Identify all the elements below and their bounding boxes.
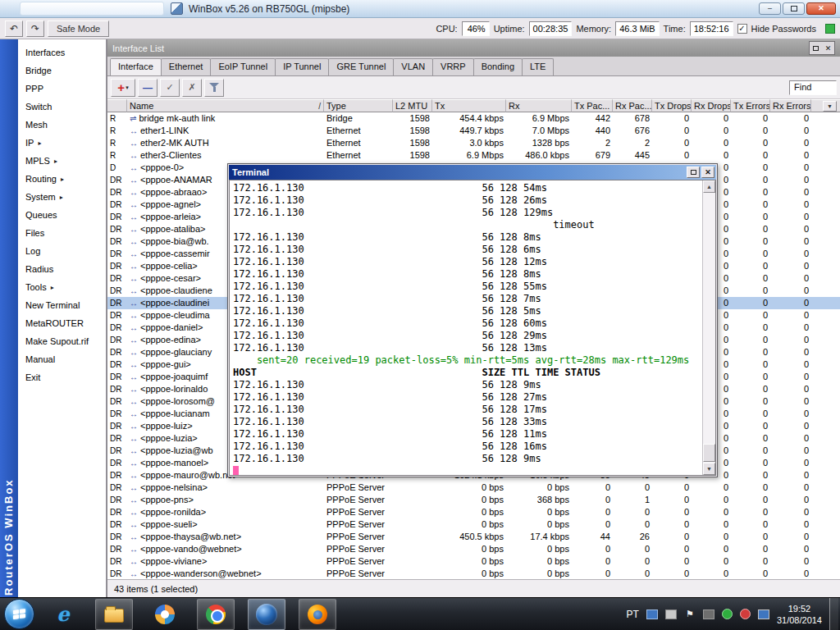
column-header-label: Rx Errors xyxy=(773,101,810,111)
tray-antivirus-icon[interactable] xyxy=(722,609,733,619)
tab-gre-tunnel[interactable]: GRE Tunnel xyxy=(328,58,394,75)
find-button[interactable]: Find xyxy=(789,80,837,95)
tab-interface[interactable]: Interface xyxy=(110,58,162,75)
redo-icon: ↷ xyxy=(31,23,39,34)
table-row[interactable]: DR↔<pppoe-pns>PPPoE Server0 bps368 bps01… xyxy=(107,494,840,506)
sidebar-item-routing[interactable]: Routing▸ xyxy=(18,170,106,188)
sidebar-item-files[interactable]: Files xyxy=(18,224,106,242)
undo-button[interactable]: ↶ xyxy=(5,21,23,37)
scroll-down-button[interactable]: ▼ xyxy=(703,463,715,475)
table-row[interactable]: DR↔<pppoe-thaysa@wb.net>PPPoE Server450.… xyxy=(107,531,840,543)
column-header-l2-mtu[interactable]: L2 MTU xyxy=(393,99,432,112)
tray-display-icon[interactable] xyxy=(758,609,769,619)
safe-mode-button[interactable]: Safe Mode xyxy=(48,21,109,37)
sidebar-item-mesh[interactable]: Mesh xyxy=(18,116,106,134)
redo-button[interactable]: ↷ xyxy=(26,21,44,37)
table-row[interactable]: DR↔<pppoe-nelsina>PPPoE Server0 bps0 bps… xyxy=(107,482,840,494)
minimize-button[interactable]: – xyxy=(759,2,781,15)
column-header-tx-drops[interactable]: Tx Drops xyxy=(652,99,692,112)
tray-settings-icon[interactable] xyxy=(703,609,714,619)
disable-button[interactable]: ✗ xyxy=(182,79,202,97)
table-row[interactable]: R↔ether1-LINKEthernet1598449.7 kbps7.0 M… xyxy=(107,125,840,137)
taskbar-clock[interactable]: 19:52 31/08/2014 xyxy=(777,603,822,626)
mdi-close-button[interactable]: ✕ xyxy=(822,42,834,54)
column-header-rx[interactable]: Rx xyxy=(506,99,572,112)
column-header-name[interactable]: Name/ xyxy=(127,99,324,112)
table-row[interactable]: DR↔<pppoe-sueli>PPPoE Server0 bps0 bps00… xyxy=(107,518,840,531)
sidebar-item-ip[interactable]: IP▸ xyxy=(18,134,106,152)
terminal-close-button[interactable]: ✕ xyxy=(701,167,714,178)
tab-eoip-tunnel[interactable]: EoIP Tunnel xyxy=(210,58,276,75)
column-header-type[interactable]: Type xyxy=(324,99,393,112)
table-row[interactable]: R↔ether3-ClientesEthernet15986.9 Mbps486… xyxy=(107,149,840,162)
taskbar-app-chrome[interactable] xyxy=(197,599,235,630)
enable-button[interactable]: ✓ xyxy=(160,79,180,97)
interface-list-titlebar[interactable]: Interface List ✕ xyxy=(107,39,840,57)
tray-network-icon[interactable] xyxy=(646,609,658,619)
sidebar-item-interfaces[interactable]: Interfaces xyxy=(18,43,106,62)
add-button[interactable]: + ▾ xyxy=(111,79,135,97)
mdi-restore-button[interactable] xyxy=(810,42,822,54)
sidebar-item-manual[interactable]: Manual xyxy=(18,350,106,368)
tab-bonding[interactable]: Bonding xyxy=(473,58,523,75)
tray-keyboard-icon[interactable] xyxy=(665,609,677,619)
taskbar-app-internet-explorer[interactable]: e xyxy=(44,599,82,630)
scrollbar-thumb[interactable] xyxy=(703,444,715,462)
cell-flags: R xyxy=(107,125,127,137)
taskbar-app-winbox[interactable] xyxy=(248,599,285,630)
column-header-rx-drops[interactable]: Rx Drops xyxy=(692,99,731,112)
sidebar-item-metarouter[interactable]: MetaROUTER xyxy=(18,314,106,332)
table-row[interactable]: DR↔<pppoe-wanderson@webnet>PPPoE Server0… xyxy=(107,568,840,579)
table-row[interactable]: DR↔<pppoe-vando@webnet>PPPoE Server0 bps… xyxy=(107,543,840,555)
sidebar-item-tools[interactable]: Tools▸ xyxy=(18,278,106,296)
tab-ip-tunnel[interactable]: IP Tunnel xyxy=(275,58,329,75)
column-header-rx-errors[interactable]: Rx Errors xyxy=(770,99,811,112)
table-row[interactable]: R↔ether2-MK AUTHEthernet15983.0 kbps1328… xyxy=(107,137,840,149)
taskbar-app-media-player[interactable] xyxy=(146,599,184,630)
terminal-body[interactable]: 172.16.1.130 56 128 54ms172.16.1.130 56 … xyxy=(229,180,716,476)
column-header-tx-errors[interactable]: Tx Errors xyxy=(731,99,770,112)
scrollbar-track[interactable] xyxy=(703,193,715,463)
table-row[interactable]: R⇌bridge mk-auth linkBridge1598454.4 kbp… xyxy=(107,112,840,125)
taskbar-app-firefox[interactable] xyxy=(299,599,336,630)
sidebar-item-system[interactable]: System▸ xyxy=(18,188,106,206)
tray-flag-icon[interactable]: ⚑ xyxy=(684,609,696,619)
terminal-titlebar[interactable]: Terminal ✕ xyxy=(229,165,716,180)
column-header-rx-packets[interactable]: Rx Pac... xyxy=(613,99,652,112)
cell-tx: 0 bps xyxy=(432,518,506,531)
tab-vrrp[interactable]: VRRP xyxy=(432,58,474,75)
sidebar-item-queues[interactable]: Queues xyxy=(18,206,106,224)
table-row[interactable]: DR↔<pppoe-ronilda>PPPoE Server0 bps0 bps… xyxy=(107,506,840,518)
sidebar-item-new-terminal[interactable]: New Terminal xyxy=(18,296,106,314)
sidebar-item-radius[interactable]: Radius xyxy=(18,260,106,278)
column-header-tx[interactable]: Tx xyxy=(432,99,506,112)
column-select-button[interactable]: ▼ xyxy=(823,101,837,112)
close-button[interactable]: ✕ xyxy=(806,2,836,15)
maximize-button[interactable] xyxy=(783,2,805,15)
tab-vlan[interactable]: VLAN xyxy=(393,58,433,75)
sidebar-item-make-supout-rif[interactable]: Make Supout.rif xyxy=(18,332,106,350)
sidebar-item-ppp[interactable]: PPP xyxy=(18,80,106,98)
hide-passwords-checkbox[interactable]: ✓ xyxy=(737,24,747,34)
column-header-tx-packets[interactable]: Tx Pac... xyxy=(572,99,613,112)
tab-lte[interactable]: LTE xyxy=(522,58,554,75)
terminal-scrollbar[interactable]: ▲ ▼ xyxy=(702,180,715,475)
window-titlebar[interactable]: WinBox v5.26 on RB750GL (mipsbe) – ✕ xyxy=(0,0,840,18)
taskbar-app-explorer[interactable] xyxy=(95,599,133,630)
terminal-restore-button[interactable] xyxy=(687,167,700,178)
scroll-up-button[interactable]: ▲ xyxy=(703,180,715,193)
sidebar-item-exit[interactable]: Exit xyxy=(18,368,106,386)
column-header-flags[interactable] xyxy=(107,99,127,112)
table-row[interactable]: DR↔<pppoe-viviane>PPPoE Server0 bps0 bps… xyxy=(107,555,840,568)
tray-alert-icon[interactable] xyxy=(740,609,751,619)
start-button[interactable] xyxy=(4,599,34,629)
remove-button[interactable]: — xyxy=(138,79,158,97)
sidebar-item-switch[interactable]: Switch xyxy=(18,98,106,116)
sidebar-item-mpls[interactable]: MPLS▸ xyxy=(18,152,106,170)
show-desktop-button[interactable] xyxy=(829,598,838,630)
sidebar-item-log[interactable]: Log xyxy=(18,242,106,260)
sidebar-item-bridge[interactable]: Bridge xyxy=(18,62,106,80)
filter-button[interactable] xyxy=(204,79,224,97)
language-indicator[interactable]: PT xyxy=(627,609,639,620)
tab-ethernet[interactable]: Ethernet xyxy=(161,58,212,75)
